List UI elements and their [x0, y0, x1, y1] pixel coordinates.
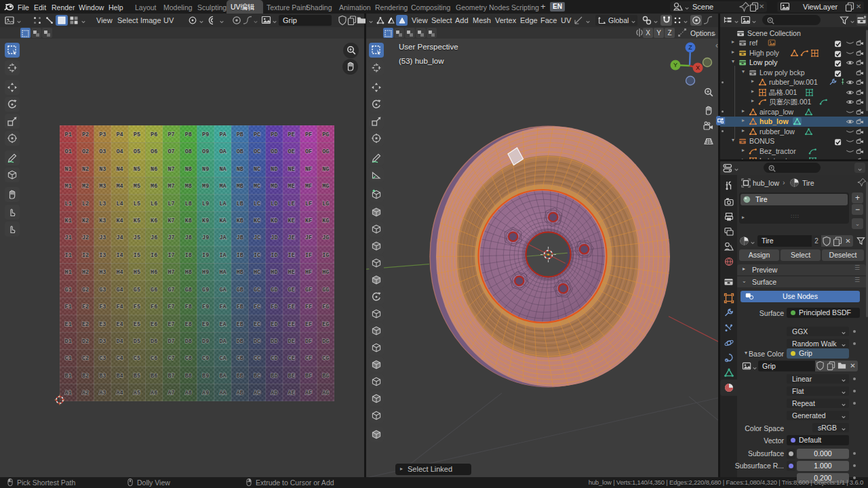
svg-text:I8: I8 — [185, 252, 192, 259]
svg-text:J4: J4 — [116, 235, 123, 241]
svg-text:I6: I6 — [151, 252, 157, 259]
svg-text:A2: A2 — [82, 390, 89, 396]
svg-text:E5: E5 — [134, 321, 140, 328]
svg-text:LF: LF — [305, 201, 312, 207]
svg-text:Z: Z — [688, 44, 692, 51]
svg-text:M2: M2 — [82, 183, 89, 190]
svg-text:O9: O9 — [202, 148, 209, 155]
svg-text:D2: D2 — [82, 338, 89, 345]
svg-text:G4: G4 — [116, 287, 123, 293]
svg-text:IA: IA — [219, 252, 226, 259]
svg-text:B4: B4 — [116, 373, 123, 380]
svg-text:AG: AG — [322, 390, 329, 396]
svg-text:L6: L6 — [151, 201, 157, 207]
svg-text:JD: JD — [271, 235, 277, 241]
svg-text:N9: N9 — [202, 166, 209, 173]
svg-text:K4: K4 — [116, 218, 123, 224]
svg-text:H7: H7 — [167, 269, 174, 276]
svg-text:CD: CD — [271, 355, 277, 362]
svg-text:N5: N5 — [134, 166, 140, 173]
svg-text:JB: JB — [237, 235, 243, 241]
svg-text:M6: M6 — [151, 183, 157, 190]
svg-text:HD: HD — [271, 269, 277, 276]
svg-text:H8: H8 — [185, 269, 192, 276]
svg-text:H9: H9 — [202, 269, 209, 276]
svg-text:LC: LC — [254, 201, 260, 207]
svg-text:HF: HF — [305, 269, 312, 276]
svg-text:CC: CC — [254, 355, 260, 362]
svg-text:GF: GF — [305, 287, 312, 293]
svg-text:O5: O5 — [134, 148, 140, 155]
svg-text:GE: GE — [288, 287, 295, 293]
svg-text:CE: CE — [288, 355, 295, 362]
svg-text:A5: A5 — [134, 390, 140, 396]
svg-text:O3: O3 — [99, 148, 106, 155]
svg-text:EE: EE — [288, 321, 295, 328]
svg-text:NA: NA — [219, 166, 226, 173]
svg-text:P7: P7 — [167, 131, 174, 138]
svg-text:OB: OB — [237, 148, 243, 155]
svg-text:AD: AD — [271, 390, 277, 396]
svg-text:NC: NC — [254, 166, 260, 173]
svg-text:GD: GD — [271, 287, 277, 293]
svg-text:NG: NG — [322, 166, 329, 173]
svg-text:D9: D9 — [202, 338, 209, 345]
svg-text:F5: F5 — [134, 304, 140, 310]
svg-text:E9: E9 — [202, 321, 209, 328]
svg-text:B8: B8 — [185, 373, 192, 380]
svg-text:JC: JC — [254, 235, 260, 241]
svg-text:PG: PG — [322, 131, 329, 138]
svg-text:DF: DF — [305, 338, 312, 345]
svg-text:NB: NB — [237, 166, 243, 173]
svg-text:F3: F3 — [99, 304, 106, 310]
svg-text:O7: O7 — [167, 148, 174, 155]
svg-text:K2: K2 — [82, 218, 89, 224]
svg-text:BC: BC — [254, 373, 260, 380]
svg-text:G6: G6 — [151, 287, 157, 293]
svg-text:N7: N7 — [167, 166, 174, 173]
svg-text:F2: F2 — [82, 304, 89, 310]
svg-text:H3: H3 — [99, 269, 106, 276]
svg-text:EB: EB — [237, 321, 243, 328]
svg-text:E7: E7 — [167, 321, 174, 328]
svg-text:KG: KG — [322, 218, 329, 224]
svg-text:ID: ID — [271, 252, 277, 259]
svg-text:E8: E8 — [185, 321, 192, 328]
svg-text:P9: P9 — [202, 131, 209, 138]
svg-text:EG: EG — [322, 321, 329, 328]
svg-text:KC: KC — [254, 218, 260, 224]
svg-text:LB: LB — [237, 201, 243, 207]
svg-text:MG: MG — [322, 183, 329, 190]
svg-text:FG: FG — [322, 304, 329, 310]
svg-text:B2: B2 — [82, 373, 89, 380]
svg-text:H6: H6 — [151, 269, 157, 276]
svg-text:E6: E6 — [151, 321, 157, 328]
svg-text:FB: FB — [237, 304, 243, 310]
svg-text:D5: D5 — [134, 338, 140, 345]
svg-text:O6: O6 — [151, 148, 157, 155]
svg-text:M8: M8 — [185, 183, 192, 190]
svg-text:O2: O2 — [82, 148, 89, 155]
svg-text:OE: OE — [288, 148, 295, 155]
svg-text:PC: PC — [254, 131, 260, 138]
svg-text:GG: GG — [322, 287, 329, 293]
svg-text:IG: IG — [322, 252, 329, 259]
svg-text:JG: JG — [322, 235, 329, 241]
svg-text:LD: LD — [271, 201, 277, 207]
svg-text:BE: BE — [288, 373, 295, 380]
svg-text:J6: J6 — [151, 235, 157, 241]
svg-text:MB: MB — [237, 183, 243, 190]
svg-text:J7: J7 — [167, 235, 174, 241]
svg-text:KA: KA — [219, 218, 226, 224]
svg-text:J3: J3 — [99, 235, 106, 241]
svg-text:C7: C7 — [167, 355, 174, 362]
svg-text:A8: A8 — [185, 390, 192, 396]
svg-text:D4: D4 — [116, 338, 123, 345]
svg-text:K9: K9 — [202, 218, 209, 224]
svg-text:D8: D8 — [185, 338, 192, 345]
svg-text:H5: H5 — [134, 269, 140, 276]
svg-text:K7: K7 — [167, 218, 174, 224]
svg-text:LE: LE — [288, 201, 295, 207]
svg-text:BB: BB — [237, 373, 243, 380]
svg-text:DB: DB — [237, 338, 243, 345]
